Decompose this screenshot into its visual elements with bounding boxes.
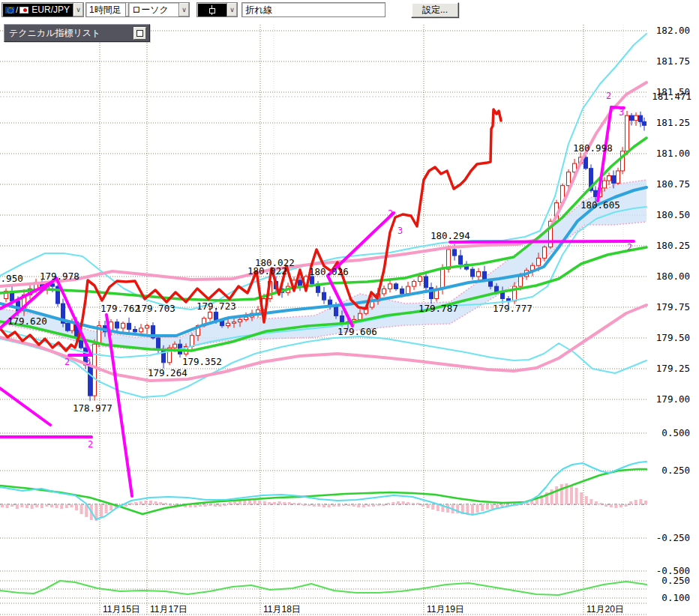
svg-text:179.777: 179.777 <box>493 303 532 314</box>
svg-text:180.75: 180.75 <box>656 178 690 190</box>
svg-text:180.022: 180.022 <box>248 265 287 277</box>
price-axis: 182.00181.75181.50181.25181.00180.75180.… <box>652 25 692 603</box>
svg-text:181.75: 181.75 <box>656 55 690 67</box>
eu-flag-icon <box>5 7 14 13</box>
svg-text:181.00: 181.00 <box>656 148 690 159</box>
svg-text:179.75: 179.75 <box>656 301 690 312</box>
candle-icon <box>208 5 215 15</box>
svg-text:179.00: 179.00 <box>656 393 690 405</box>
macd-histogram <box>1 483 647 521</box>
oscillator-green <box>0 581 646 595</box>
jp-flag-icon <box>20 7 28 13</box>
svg-text:-0.250: -0.250 <box>656 532 690 543</box>
trading-app-window: 23223223179.950179.978179.620179.762179.… <box>0 0 699 616</box>
overlay-type-combo[interactable]: 折れ線 <box>242 2 386 17</box>
symbol-label: EUR/JPY <box>32 4 70 15</box>
chart-type-label[interactable]: ローソク <box>128 2 178 17</box>
svg-text:179.723: 179.723 <box>196 301 236 312</box>
svg-text:180.998: 180.998 <box>573 142 613 154</box>
svg-text:2: 2 <box>388 208 393 219</box>
svg-text:179.50: 179.50 <box>656 332 690 343</box>
svg-text:180.026: 180.026 <box>309 266 349 277</box>
svg-text:179.978: 179.978 <box>40 271 80 282</box>
svg-text:179.25: 179.25 <box>656 363 690 374</box>
candle-style-field[interactable] <box>196 2 226 17</box>
symbol-dropdown-arrow-icon[interactable]: ∨ <box>73 2 84 17</box>
chart-type-combo[interactable]: ローソク ∨ <box>128 2 190 17</box>
svg-text:179.264: 179.264 <box>148 367 188 378</box>
svg-text:3: 3 <box>398 226 403 236</box>
timeframe-label[interactable]: 1時間足 <box>86 2 125 17</box>
svg-text:11月19日: 11月19日 <box>427 604 464 615</box>
svg-text:179.950: 179.950 <box>0 273 23 284</box>
svg-text:181.25: 181.25 <box>656 117 690 128</box>
candle-style-dropdown-arrow-icon[interactable]: ∨ <box>226 2 238 17</box>
restore-box-icon <box>136 30 143 37</box>
overlay-type-label[interactable]: 折れ線 <box>242 2 386 17</box>
chart-type-dropdown-arrow-icon[interactable]: ∨ <box>178 2 190 17</box>
svg-text:3: 3 <box>619 107 624 118</box>
svg-text:179.703: 179.703 <box>136 303 176 314</box>
svg-text:2: 2 <box>88 439 93 450</box>
svg-text:11月20日: 11月20日 <box>586 604 624 615</box>
date-axis: 11月15日11月17日11月18日11月19日11月20日 <box>103 604 624 615</box>
svg-text:0.250: 0.250 <box>662 465 690 476</box>
svg-text:179.606: 179.606 <box>338 326 377 337</box>
symbol-combo[interactable]: / EUR/JPY ∨ <box>2 2 84 17</box>
svg-text:180.00: 180.00 <box>656 271 690 282</box>
svg-text:2: 2 <box>64 357 70 367</box>
svg-text:2: 2 <box>627 242 632 253</box>
chart-canvas[interactable]: 23223223179.950179.978179.620179.762179.… <box>0 0 699 616</box>
svg-text:0.100: 0.100 <box>662 592 690 603</box>
chart-area[interactable]: 23223223179.950179.978179.620179.762179.… <box>0 0 699 616</box>
svg-text:0.250: 0.250 <box>662 575 690 586</box>
svg-text:182.00: 182.00 <box>656 25 690 36</box>
candle-style-combo[interactable]: ∨ <box>196 2 238 17</box>
svg-text:11月18日: 11月18日 <box>263 604 301 615</box>
svg-text:179.620: 179.620 <box>8 315 47 327</box>
svg-text:3: 3 <box>86 357 91 367</box>
current-price-label: 181.471 <box>652 91 692 102</box>
svg-text:179.787: 179.787 <box>418 303 458 314</box>
svg-text:2: 2 <box>606 91 611 101</box>
minimize-button[interactable] <box>134 27 146 40</box>
svg-text:179.352: 179.352 <box>182 356 222 367</box>
technical-indicator-list-panel[interactable]: テクニカル指標リスト <box>4 24 150 42</box>
toolbar: / EUR/JPY ∨ 1時間足 ∨ ローソク ∨ ∨ 折れ線 設定... <box>0 0 699 21</box>
svg-text:0.500: 0.500 <box>662 427 690 438</box>
candlesticks <box>4 111 646 401</box>
symbol-field[interactable]: / EUR/JPY <box>2 2 73 17</box>
panel-title: テクニカル指標リスト <box>4 27 134 40</box>
svg-text:180.605: 180.605 <box>580 199 620 211</box>
svg-text:178.977: 178.977 <box>73 402 112 414</box>
svg-text:180.50: 180.50 <box>656 209 690 220</box>
svg-text:179.762: 179.762 <box>100 303 140 314</box>
svg-text:180.25: 180.25 <box>656 240 690 251</box>
svg-text:11月17日: 11月17日 <box>150 604 188 615</box>
settings-button[interactable]: 設定... <box>411 2 459 18</box>
svg-text:180.294: 180.294 <box>430 230 470 241</box>
svg-text:11月15日: 11月15日 <box>103 604 140 615</box>
